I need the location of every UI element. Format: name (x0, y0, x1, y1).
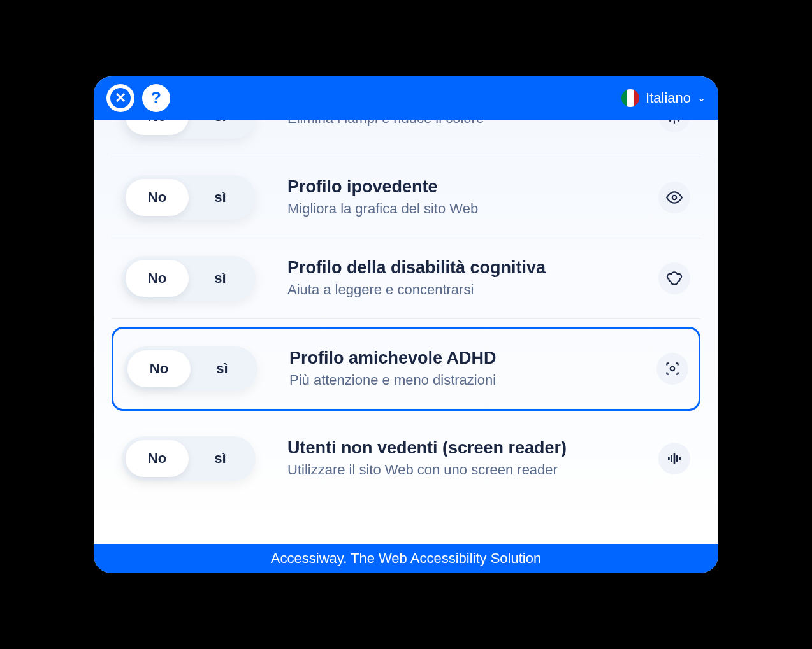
profile-text: Utenti non vedenti (screen reader) Utili… (287, 438, 627, 478)
language-label: Italiano (646, 90, 691, 106)
profile-desc: Più attenzione e meno distrazioni (289, 372, 625, 389)
widget-footer: Accessiway. The Web Accessibility Soluti… (94, 544, 718, 573)
toggle-no: No (126, 440, 189, 477)
toggle-seizure[interactable]: No sì (122, 120, 256, 139)
profiles-list: No sì Elimina i lampi e riduce il colore… (94, 120, 718, 544)
toggle-no: No (126, 120, 189, 135)
profile-desc: Utilizzare il sito Web con uno screen re… (287, 462, 627, 478)
cloud-icon (658, 262, 690, 294)
profile-row-seizure: No sì Elimina i lampi e riduce il colore (112, 120, 700, 157)
close-button[interactable]: ✕ (106, 84, 134, 112)
profile-text: Elimina i lampi e riduce il colore (287, 120, 627, 127)
profile-title: Profilo ipovedente (287, 177, 627, 197)
toggle-yes: sì (189, 179, 252, 216)
profile-title: Utenti non vedenti (screen reader) (287, 438, 627, 458)
toggle-no: No (127, 350, 191, 387)
svg-point-0 (672, 195, 677, 199)
close-icon: ✕ (110, 88, 131, 108)
profile-text: Profilo ipovedente Migliora la grafica d… (287, 177, 627, 217)
profile-title: Profilo della disabilità cognitiva (287, 258, 627, 278)
profile-desc: Elimina i lampi e riduce il colore (287, 120, 627, 127)
focus-icon (656, 353, 688, 385)
toggle-adhd[interactable]: No sì (124, 346, 257, 391)
chevron-down-icon: ⌄ (697, 92, 706, 104)
profile-desc: Aiuta a leggere e concentrarsi (287, 282, 627, 298)
profile-desc: Migliora la grafica del sito Web (287, 201, 627, 217)
profile-text: Profilo amichevole ADHD Più attenzione e… (289, 348, 625, 389)
profile-row-vision: No sì Profilo ipovedente Migliora la gra… (112, 157, 700, 238)
header-left: ✕ ? (106, 84, 170, 112)
language-selector[interactable]: Italiano ⌄ (621, 89, 706, 107)
help-button[interactable]: ? (142, 84, 170, 112)
profile-title: Profilo amichevole ADHD (289, 348, 625, 368)
toggle-yes: sì (189, 440, 252, 477)
svg-point-1 (671, 366, 675, 371)
profile-text: Profilo della disabilità cognitiva Aiuta… (287, 258, 627, 298)
toggle-blind[interactable]: No sì (122, 436, 256, 481)
eye-icon (658, 182, 690, 213)
profile-row-blind: No sì Utenti non vedenti (screen reader)… (112, 418, 700, 499)
sparkle-icon (658, 120, 690, 132)
toggle-no: No (126, 260, 189, 297)
toggle-vision[interactable]: No sì (122, 175, 256, 220)
toggle-no: No (126, 179, 189, 216)
profile-row-cognitive: No sì Profilo della disabilità cognitiva… (112, 238, 700, 319)
toggle-yes: sì (189, 260, 252, 297)
toggle-yes: sì (189, 120, 252, 135)
widget-header: ✕ ? Italiano ⌄ (94, 76, 718, 120)
toggle-cognitive[interactable]: No sì (122, 256, 256, 301)
flag-icon (621, 89, 639, 107)
profile-row-adhd: No sì Profilo amichevole ADHD Più attenz… (112, 327, 700, 411)
accessibility-widget: ✕ ? Italiano ⌄ No sì Elimina i lampi (94, 76, 718, 573)
toggle-yes: sì (191, 350, 254, 387)
audio-icon (658, 443, 690, 474)
help-icon: ? (151, 88, 161, 108)
